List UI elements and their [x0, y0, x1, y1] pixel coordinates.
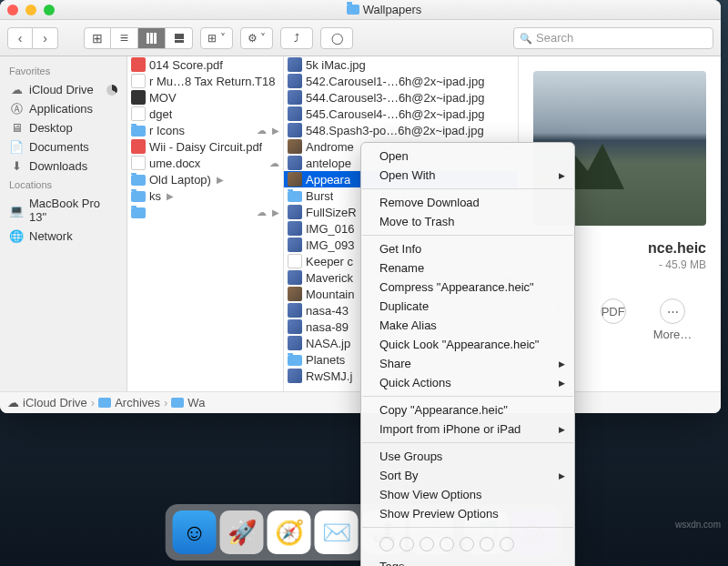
file-row[interactable]: 545.Carousel4-…6h@2x~ipad.jpg [284, 106, 518, 122]
menu-item-use-groups[interactable]: Use Groups [361, 447, 574, 466]
menu-item-get-info[interactable]: Get Info [361, 239, 574, 258]
menu-item-copy-appearance-heic[interactable]: Copy "Appearance.heic" [361, 400, 574, 419]
sidebar-item-label: Network [29, 229, 73, 243]
sidebar-item-label: Applications [29, 102, 93, 116]
file-row[interactable]: 548.Spash3-po…6h@2x~ipad.jpg [284, 122, 518, 138]
sidebar-item-downloads[interactable]: ⬇Downloads [0, 157, 126, 176]
zoom-button[interactable] [44, 5, 55, 15]
close-button[interactable] [7, 5, 18, 15]
menu-item-share[interactable]: Share [361, 354, 574, 373]
dock-safari-icon[interactable]: 🧭 [268, 510, 311, 554]
file-row[interactable]: r Mu…8 Tax Return.T18 [127, 73, 283, 89]
search-field[interactable]: Search [513, 27, 713, 49]
chevron-right-icon: ▶ [272, 126, 279, 136]
menu-item-quick-actions[interactable]: Quick Actions [361, 373, 574, 392]
menu-item-remove-download[interactable]: Remove Download [361, 193, 574, 212]
dock-finder-icon[interactable]: ☺ [173, 510, 217, 554]
menu-item-tags[interactable]: Tags… [361, 557, 574, 566]
share-button[interactable]: ⤴ [280, 27, 313, 49]
tags-button[interactable]: ◯ [320, 27, 353, 49]
sidebar-item-label: Desktop [29, 121, 73, 135]
file-row[interactable]: 5k iMac.jpg [284, 56, 518, 73]
path-segment[interactable]: Archives [98, 396, 160, 409]
img-icon [288, 156, 302, 170]
title-text: Wallpapers [363, 3, 422, 16]
dock-mail-icon[interactable]: ✉️ [315, 510, 359, 554]
file-name: antelope [306, 157, 351, 170]
arrange-button[interactable]: ⊞ ˅ [200, 27, 233, 49]
path-segment[interactable]: ☁iCloud Drive [7, 396, 87, 409]
menu-item-make-alias[interactable]: Make Alias [361, 316, 574, 335]
file-name: 5k iMac.jpg [306, 58, 366, 72]
column-1[interactable]: 014 Score.pdfr Mu…8 Tax Return.T18MOVdge… [127, 56, 284, 391]
forward-button[interactable]: › [33, 27, 58, 49]
sidebar-item-desktop[interactable]: 🖥Desktop [0, 118, 126, 137]
fold-icon [131, 191, 146, 202]
tag-circle[interactable] [500, 537, 514, 551]
view-columns-button[interactable] [138, 27, 166, 49]
cloud-icon: ☁ [257, 207, 267, 218]
titlebar[interactable]: Wallpapers [0, 0, 721, 20]
sidebar-item-documents[interactable]: 📄Documents [0, 137, 126, 157]
file-row[interactable]: 014 Score.pdf [127, 56, 283, 73]
sidebar-item-applications[interactable]: ⒶApplications [0, 99, 126, 118]
path-separator: › [91, 396, 95, 409]
sidebar-item-label: Documents [29, 140, 89, 154]
path-segment[interactable]: Wa [171, 396, 205, 409]
dock-launchpad-icon[interactable]: 🚀 [220, 510, 264, 554]
img-icon [288, 319, 302, 334]
storage-pie-icon [106, 85, 117, 96]
watermark: wsxdn.com [675, 520, 721, 530]
tag-circle[interactable] [460, 537, 474, 551]
menu-item-show-view-options[interactable]: Show View Options [361, 485, 574, 504]
doc-icon [131, 106, 146, 121]
fold-icon [288, 355, 302, 366]
menu-item-duplicate[interactable]: Duplicate [361, 297, 574, 316]
view-gallery-button[interactable] [166, 27, 193, 49]
file-row[interactable]: dget [127, 106, 283, 122]
menu-item-quick-look-appearance-heic[interactable]: Quick Look "Appearance.heic" [361, 335, 574, 354]
menu-item-open[interactable]: Open [361, 147, 574, 166]
menu-item-sort-by[interactable]: Sort By [361, 466, 574, 485]
minimize-button[interactable] [25, 5, 36, 15]
cloud-icon: ☁ [9, 84, 24, 96]
sidebar-item-icloud-drive[interactable]: ☁iCloud Drive [0, 80, 126, 99]
img-icon [288, 205, 302, 219]
file-name: ks [149, 189, 161, 203]
file-name: Androme [306, 140, 354, 154]
file-row[interactable]: r Icons☁▶ [127, 122, 283, 138]
view-icon-button[interactable] [84, 27, 111, 49]
file-row[interactable]: ume.docx☁ [127, 155, 283, 171]
file-row[interactable]: 544.Carousel3-…6h@2x~ipad.jpg [284, 89, 518, 106]
file-row[interactable]: Old Laptop)▶ [127, 171, 283, 187]
menu-item-compress-appearance-heic[interactable]: Compress "Appearance.heic" [361, 278, 574, 297]
search-placeholder: Search [536, 31, 573, 45]
laptop-icon: 💻 [9, 204, 24, 217]
file-row[interactable]: Wii - Daisy Circuit.pdf [127, 138, 283, 155]
sidebar-item-macbook-pro-13-[interactable]: 💻MacBook Pro 13" [0, 194, 126, 227]
file-name: nasa-89 [306, 320, 349, 334]
menu-item-show-preview-options[interactable]: Show Preview Options [361, 504, 574, 523]
tag-circle[interactable] [420, 537, 434, 551]
tag-circle[interactable] [440, 537, 454, 551]
file-row[interactable]: ☁▶ [127, 204, 283, 220]
img-icon [288, 238, 302, 252]
file-name: r Icons [149, 124, 185, 137]
file-row[interactable]: MOV [127, 89, 283, 106]
tag-circle[interactable] [480, 537, 494, 551]
action-button[interactable]: ⚙ ˅ [240, 27, 273, 49]
sidebar-item-network[interactable]: 🌐Network [0, 227, 126, 246]
menu-item-rename[interactable]: Rename [361, 258, 574, 278]
file-row[interactable]: 542.Carousel1-…6h@2x~ipad.jpg [284, 73, 518, 89]
tag-circle[interactable] [379, 537, 394, 551]
preview-action[interactable]: ⋯More… [653, 298, 693, 341]
menu-item-import-from-iphone-or-ipad[interactable]: Import from iPhone or iPad [361, 419, 574, 439]
file-row[interactable]: ks▶ [127, 187, 283, 204]
menu-item-open-with[interactable]: Open With [361, 166, 574, 185]
tag-circle[interactable] [399, 537, 414, 551]
img-icon [288, 369, 302, 383]
menu-item-move-to-trash[interactable]: Move to Trash [361, 212, 574, 231]
view-list-button[interactable] [111, 27, 138, 49]
preview-action[interactable]: PDF [601, 298, 626, 341]
back-button[interactable]: ‹ [7, 27, 33, 49]
